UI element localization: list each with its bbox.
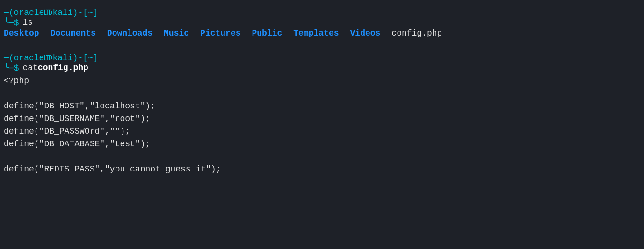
command-ls: ls — [22, 18, 33, 27]
file-line-blank-2 — [4, 150, 640, 163]
prompt-dollar-2: ╰─$ — [4, 63, 19, 73]
prompt-top-line-1: ─(oracle㋏kali)-[~] — [4, 7, 640, 17]
ls-item-music: Music — [164, 28, 189, 38]
file-line-redis-pass: define("REDIS_PASS","you_cannot_guess_it… — [4, 163, 640, 176]
prompt-command-line-1: ╰─$ ls — [4, 17, 640, 28]
file-line-blank-1 — [4, 87, 640, 100]
prompt-top-1: ─(oracle㋏kali)-[~] — [4, 7, 98, 17]
prompt-command-line-2: ╰─$ cat config.php — [4, 63, 640, 73]
command-cat-arg: config.php — [38, 63, 88, 72]
prompt-top-line-2: ─(oracle㋏kali)-[~] — [4, 53, 640, 63]
ls-item-downloads: Downloads — [107, 28, 152, 38]
file-line-db-pass: define("DB_PASSWOrd",""); — [4, 125, 640, 138]
ls-output: Desktop Documents Downloads Music Pictur… — [4, 28, 640, 38]
file-line-db-user: define("DB_USERNAME","root"); — [4, 113, 640, 125]
file-line-db-name: define("DB_DATABASE","test"); — [4, 138, 640, 150]
file-line-1: <?php — [4, 75, 640, 87]
file-content: <?php define("DB_HOST","localhost"); def… — [4, 75, 640, 176]
spacer-1 — [4, 42, 640, 53]
ls-item-videos: Videos — [350, 28, 381, 38]
ls-item-pictures: Pictures — [200, 28, 240, 38]
prompt-wrapper-1: ─(oracle㋏kali)-[~] ╰─$ ls — [4, 7, 640, 28]
prompt-wrapper-2: ─(oracle㋏kali)-[~] ╰─$ cat config.php — [4, 53, 640, 73]
ls-item-templates: Templates — [293, 28, 339, 38]
prompt-top-2: ─(oracle㋏kali)-[~] — [4, 53, 98, 63]
ls-item-public: Public — [252, 28, 282, 38]
ls-item-configphp: config.php — [391, 28, 442, 38]
ls-item-documents: Documents — [51, 28, 96, 38]
file-line-db-host: define("DB_HOST","localhost"); — [4, 100, 640, 113]
command-cat: cat — [22, 63, 37, 72]
prompt-dollar-1: ╰─$ — [4, 17, 19, 28]
terminal-block-2: ─(oracle㋏kali)-[~] ╰─$ cat config.php <?… — [4, 53, 640, 176]
terminal-block-1: ─(oracle㋏kali)-[~] ╰─$ ls Desktop Docume… — [4, 7, 640, 38]
ls-item-desktop: Desktop — [4, 28, 39, 38]
